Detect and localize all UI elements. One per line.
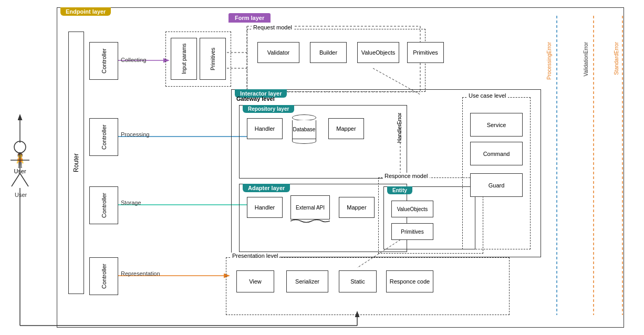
command-box: Command xyxy=(470,142,523,165)
valueobjects-entity-box: ValueObjects xyxy=(391,201,433,217)
repository-layer-label: Repository layer xyxy=(243,105,294,113)
user-body: 🧍 xyxy=(12,153,28,167)
guard-box: Guard xyxy=(470,173,523,197)
controller-2: Controller xyxy=(89,118,118,156)
presentation-level-label: Presentation level xyxy=(231,253,279,259)
storage-label: Storage xyxy=(121,200,141,206)
responce-model-label: Responce model xyxy=(383,173,430,179)
svg-line-4 xyxy=(20,173,28,186)
handler-adapter-box: Handler xyxy=(247,197,283,218)
representation-label: Representation xyxy=(121,270,160,277)
form-layer-tag: Form layer xyxy=(228,13,271,23)
standard-error-label: StandardError xyxy=(614,42,619,75)
static-box: Static xyxy=(339,270,377,292)
controller-1: Controller xyxy=(89,42,118,80)
builder-box: Builder xyxy=(310,42,347,63)
responce-code-box: Responce code xyxy=(386,270,433,292)
external-api-wave xyxy=(290,218,330,224)
endpoint-layer-label: Endpoint layer xyxy=(60,7,111,16)
repository-layer: Repository layer xyxy=(239,105,407,179)
entity-label: Entity xyxy=(387,186,412,194)
valueobjects-request-box: ValueObjects xyxy=(357,42,399,63)
user-head xyxy=(14,142,26,153)
user-figure: 🧍 User xyxy=(12,142,28,174)
controller-4: Controller xyxy=(89,257,118,295)
svg-line-3 xyxy=(12,173,20,186)
diagram-container: Endpoint layer 🧍 User User xyxy=(0,0,644,335)
processing-error-label: ProcessingError xyxy=(546,42,552,80)
handler-error-label: HandlerError xyxy=(397,113,402,143)
collecting-label: Collecting xyxy=(121,57,146,63)
database-cylinder: Database xyxy=(292,114,316,144)
service-box: Service xyxy=(470,113,523,137)
use-case-level-label: Use case level xyxy=(467,92,508,99)
serializer-box: Serializer xyxy=(286,270,328,292)
validator-box: Validator xyxy=(257,42,299,63)
router-box: Router xyxy=(68,32,84,294)
processing-label: Processing xyxy=(121,131,149,138)
handler-repo-box: Handler xyxy=(247,118,283,139)
validation-error-label: ValidationError xyxy=(583,42,589,76)
controller-3: Controller xyxy=(89,186,118,224)
mapper-adapter-box: Mapper xyxy=(339,197,375,218)
primitives-entity-box: Primitives xyxy=(391,223,433,240)
svg-text:User: User xyxy=(15,192,27,198)
primitives-request-box: Primitives xyxy=(407,42,444,63)
entity-box: Entity xyxy=(383,186,475,249)
view-box: View xyxy=(236,270,274,292)
form-layer-dashed xyxy=(165,32,231,87)
gateway-level-label: Gateway level xyxy=(236,96,275,102)
external-api-box: External API xyxy=(290,195,330,219)
mapper-repo-box: Mapper xyxy=(328,118,364,139)
request-model-label: Request model xyxy=(252,24,294,30)
user-label: User xyxy=(14,168,26,174)
adapter-layer-label: Adapter layer xyxy=(243,184,290,192)
